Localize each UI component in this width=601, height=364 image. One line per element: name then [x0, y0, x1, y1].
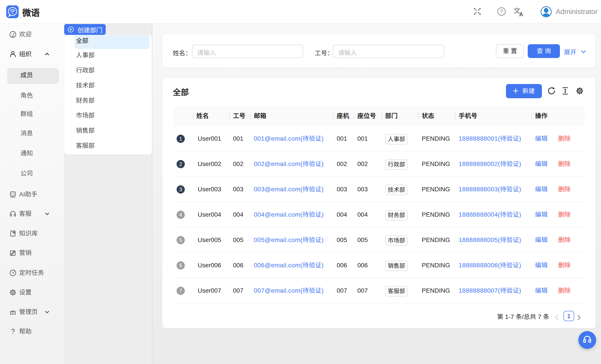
svg-text:?: ? [500, 9, 503, 15]
svg-text:A: A [519, 11, 523, 17]
